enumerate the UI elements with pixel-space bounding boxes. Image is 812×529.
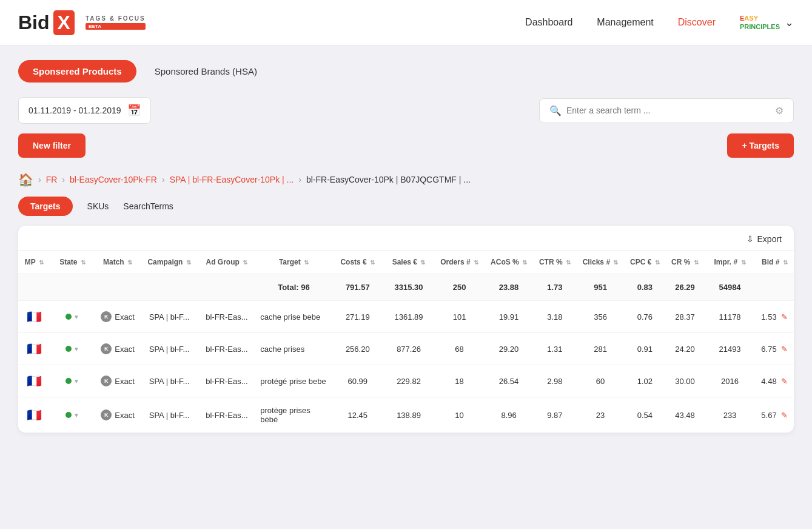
total-mp bbox=[18, 274, 50, 301]
edit-bid-icon[interactable]: ✎ bbox=[781, 377, 788, 386]
cell-sales: 138.89 bbox=[383, 397, 434, 433]
nav-management[interactable]: Management bbox=[597, 17, 653, 28]
nav-discover[interactable]: Discover bbox=[678, 17, 716, 28]
cell-target: protégé prise bebe bbox=[255, 365, 332, 397]
cell-costs: 271.19 bbox=[332, 301, 383, 333]
edit-bid-icon[interactable]: ✎ bbox=[781, 411, 788, 420]
col-header-clicks[interactable]: Clicks # ⇅ bbox=[577, 251, 625, 274]
edit-bid-icon[interactable]: ✎ bbox=[781, 312, 788, 322]
total-campaign bbox=[141, 274, 198, 301]
cell-sales: 1361.89 bbox=[383, 301, 434, 333]
nav-dashboard[interactable]: Dashboard bbox=[525, 17, 572, 28]
total-state bbox=[50, 274, 95, 301]
k-badge: K bbox=[101, 376, 112, 386]
search-input[interactable] bbox=[566, 106, 770, 115]
match-type: Exact bbox=[115, 345, 135, 354]
search-icon: 🔍 bbox=[549, 105, 562, 116]
col-header-match[interactable]: Match ⇅ bbox=[95, 251, 140, 274]
sub-tabs: Targets SKUs SearchTerms bbox=[18, 197, 794, 216]
total-clicks: 951 bbox=[577, 274, 625, 301]
logo-tagline: TAGS & FOCUS BETA bbox=[86, 15, 146, 30]
cell-campaign: SPA | bl-F... bbox=[141, 301, 198, 333]
cell-flag: 🇫🇷 bbox=[18, 397, 50, 433]
col-header-campaign[interactable]: Campaign ⇅ bbox=[141, 251, 198, 274]
cell-campaign: SPA | bl-F... bbox=[141, 333, 198, 365]
cell-sales: 229.82 bbox=[383, 365, 434, 397]
col-header-sales[interactable]: Sales € ⇅ bbox=[383, 251, 434, 274]
cell-flag: 🇫🇷 bbox=[18, 365, 50, 397]
main-nav: Dashboard Management Discover bbox=[525, 17, 716, 28]
col-header-bid[interactable]: Bid # ⇅ bbox=[756, 251, 794, 274]
cell-clicks: 60 bbox=[577, 365, 625, 397]
cell-ctr: 1.31 bbox=[533, 333, 577, 365]
add-targets-button[interactable]: + Targets bbox=[727, 133, 794, 158]
status-arrow[interactable]: ▼ bbox=[73, 412, 79, 419]
col-header-state[interactable]: State ⇅ bbox=[50, 251, 95, 274]
breadcrumb-sep-3: › bbox=[162, 175, 165, 184]
cell-bid: 1.53 ✎ bbox=[756, 301, 794, 333]
breadcrumb-campaign[interactable]: bl-EasyCover-10Pk-FR bbox=[70, 175, 157, 184]
cell-cr: 30.00 bbox=[666, 365, 705, 397]
col-header-target[interactable]: Target ⇅ bbox=[255, 251, 332, 274]
cell-acos: 8.96 bbox=[485, 397, 533, 433]
breadcrumb-adgroup[interactable]: SPA | bl-FR-EasyCover-10Pk | ... bbox=[170, 175, 294, 184]
table-row: 🇫🇷 ▼ K Exact SPA | bl-F... bl-FR-Eas... … bbox=[18, 333, 794, 365]
cell-acos: 26.54 bbox=[485, 365, 533, 397]
sub-tab-targets[interactable]: Targets bbox=[18, 197, 73, 216]
cell-acos: 29.20 bbox=[485, 333, 533, 365]
cell-match: K Exact bbox=[95, 301, 140, 333]
total-bid bbox=[756, 274, 794, 301]
cell-state: ▼ bbox=[50, 333, 95, 365]
cell-flag: 🇫🇷 bbox=[18, 301, 50, 333]
edit-bid-icon[interactable]: ✎ bbox=[781, 345, 788, 354]
sub-tab-search-terms[interactable]: SearchTerms bbox=[123, 201, 173, 211]
col-header-ctr[interactable]: CTR % ⇅ bbox=[533, 251, 577, 274]
total-costs: 791.57 bbox=[332, 274, 383, 301]
col-header-cr[interactable]: CR % ⇅ bbox=[666, 251, 705, 274]
cell-adgroup: bl-FR-Eas... bbox=[198, 333, 255, 365]
col-header-adgroup[interactable]: Ad Group ⇅ bbox=[198, 251, 255, 274]
col-header-costs[interactable]: Costs € ⇅ bbox=[332, 251, 383, 274]
cell-impr: 2016 bbox=[704, 365, 755, 397]
breadcrumb-fr[interactable]: FR bbox=[46, 175, 58, 184]
sub-tab-skus[interactable]: SKUs bbox=[87, 201, 109, 211]
cell-sales: 877.26 bbox=[383, 333, 434, 365]
total-adgroup bbox=[198, 274, 255, 301]
total-cpc: 0.83 bbox=[624, 274, 665, 301]
cell-target: cache prises bbox=[255, 333, 332, 365]
cell-ctr: 3.18 bbox=[533, 301, 577, 333]
cell-state: ▼ bbox=[50, 397, 95, 433]
cell-cpc: 1.02 bbox=[624, 365, 665, 397]
breadcrumb: 🏠 › FR › bl-EasyCover-10Pk-FR › SPA | bl… bbox=[18, 172, 794, 187]
col-header-impr[interactable]: Impr. # ⇅ bbox=[704, 251, 755, 274]
col-header-orders[interactable]: Orders # ⇅ bbox=[434, 251, 485, 274]
logo-bid: Bid bbox=[18, 12, 50, 34]
status-dot bbox=[65, 346, 72, 352]
export-button[interactable]: ⇩ Export bbox=[747, 234, 782, 244]
cell-clicks: 356 bbox=[577, 301, 625, 333]
status-arrow[interactable]: ▼ bbox=[73, 314, 79, 320]
cell-state: ▼ bbox=[50, 301, 95, 333]
total-sales: 3315.30 bbox=[383, 274, 434, 301]
new-filter-button[interactable]: New filter bbox=[18, 133, 86, 158]
tab-sponsored-brands[interactable]: Sponsored Brands (HSA) bbox=[155, 66, 257, 76]
total-match bbox=[95, 274, 140, 301]
status-dot bbox=[65, 412, 72, 418]
date-picker[interactable]: 01.11.2019 - 01.12.2019 📅 bbox=[18, 97, 151, 124]
settings-icon[interactable]: ⚙ bbox=[775, 105, 783, 116]
breadcrumb-home-icon[interactable]: 🏠 bbox=[18, 172, 33, 187]
status-arrow[interactable]: ▼ bbox=[73, 378, 79, 385]
total-impr: 54984 bbox=[704, 274, 755, 301]
chevron-down-icon[interactable]: ⌄ bbox=[785, 16, 794, 29]
logo-x: X bbox=[53, 10, 75, 35]
tab-sponsored-products[interactable]: Sponsered Products bbox=[18, 60, 136, 83]
status-arrow[interactable]: ▼ bbox=[73, 346, 79, 352]
col-header-acos[interactable]: ACoS % ⇅ bbox=[485, 251, 533, 274]
cell-campaign: SPA | bl-F... bbox=[141, 397, 198, 433]
cell-target: cache prise bebe bbox=[255, 301, 332, 333]
cell-cr: 28.37 bbox=[666, 301, 705, 333]
col-header-cpc[interactable]: CPC € ⇅ bbox=[624, 251, 665, 274]
cell-impr: 233 bbox=[704, 397, 755, 433]
bid-value: 1.53 bbox=[761, 312, 776, 322]
col-header-mp[interactable]: MP ⇅ bbox=[18, 251, 50, 274]
